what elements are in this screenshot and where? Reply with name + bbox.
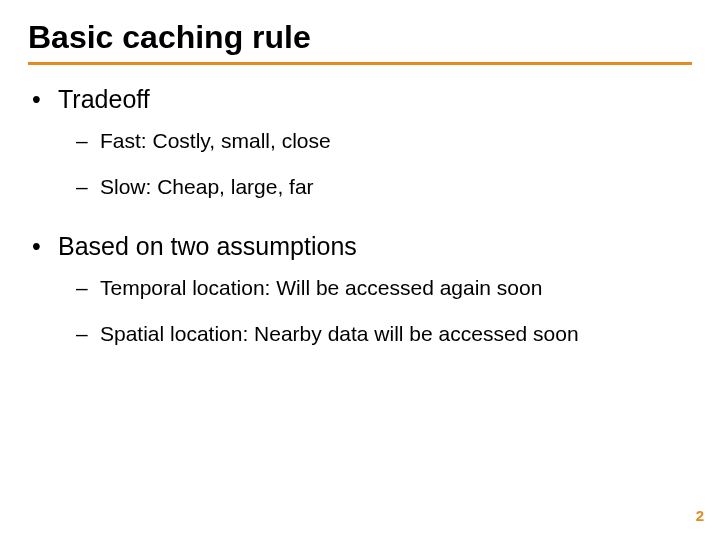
list-item: – Slow: Cheap, large, far [76,173,692,201]
bullet-level-1: • Based on two assumptions [28,230,692,264]
bullet-label: Based on two assumptions [58,230,357,264]
sub-bullet-text: Spatial location: Nearby data will be ac… [100,320,579,348]
list-item: – Spatial location: Nearby data will be … [76,320,692,348]
list-item: • Tradeoff – Fast: Costly, small, close … [28,83,692,201]
bullet-level-1: • Tradeoff [28,83,692,117]
sub-bullet-text: Slow: Cheap, large, far [100,173,314,201]
dash-marker-icon: – [76,173,100,201]
dash-marker-icon: – [76,274,100,302]
list-item: – Temporal location: Will be accessed ag… [76,274,692,302]
list-item: – Fast: Costly, small, close [76,127,692,155]
page-number: 2 [696,507,704,524]
list-item: • Based on two assumptions – Temporal lo… [28,230,692,348]
bullet-list: • Tradeoff – Fast: Costly, small, close … [28,83,692,348]
dash-marker-icon: – [76,127,100,155]
bullet-label: Tradeoff [58,83,150,117]
sub-bullet-text: Temporal location: Will be accessed agai… [100,274,542,302]
slide: Basic caching rule • Tradeoff – Fast: Co… [0,0,720,540]
sub-bullet-list: – Temporal location: Will be accessed ag… [28,274,692,349]
sub-bullet-list: – Fast: Costly, small, close – Slow: Che… [28,127,692,202]
title-divider [28,62,692,65]
sub-bullet-text: Fast: Costly, small, close [100,127,331,155]
slide-title: Basic caching rule [28,18,692,56]
bullet-marker-icon: • [28,230,58,264]
dash-marker-icon: – [76,320,100,348]
bullet-marker-icon: • [28,83,58,117]
